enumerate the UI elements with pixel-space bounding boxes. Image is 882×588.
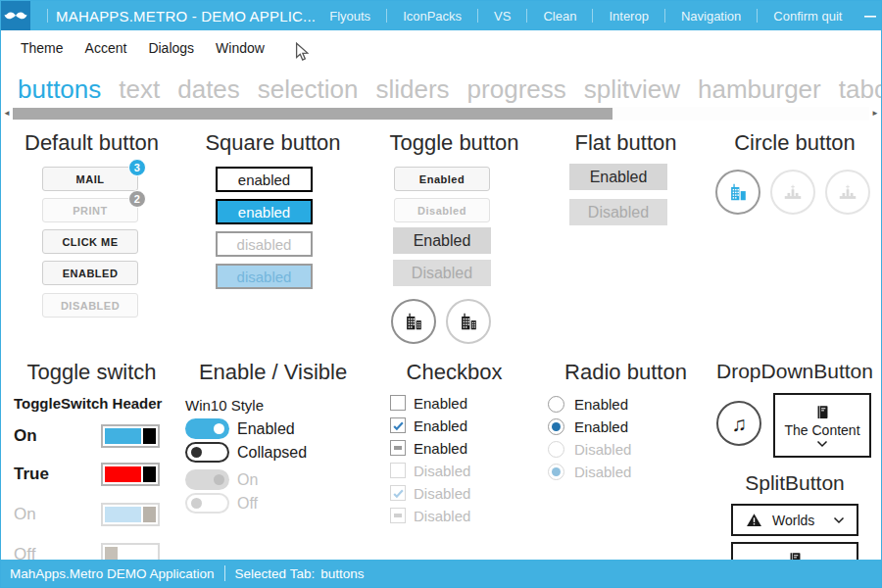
music-circle-button[interactable]: ♫ bbox=[716, 401, 761, 446]
scrollbar-track[interactable] bbox=[13, 107, 869, 121]
click-me-button[interactable]: CLICK ME bbox=[42, 229, 138, 254]
menu-window[interactable]: Window bbox=[205, 38, 275, 58]
statusbar-separator bbox=[224, 565, 225, 581]
titlebar-menu-flyouts[interactable]: Flyouts bbox=[321, 9, 378, 24]
titlebar-menu-confirm-quit[interactable]: Confirm quit bbox=[765, 9, 850, 24]
radio-label: Disabled bbox=[574, 464, 631, 480]
checkbox-label: Disabled bbox=[414, 463, 470, 479]
horizontal-scrollbar[interactable]: ◄ ► bbox=[1, 107, 881, 121]
indeterminate-dash bbox=[394, 514, 402, 517]
circle-toggle-city-button-2[interactable] bbox=[446, 299, 491, 344]
tab-tabcontrol[interactable]: tabcont bbox=[830, 75, 881, 105]
toggle-button-disabled: Disabled bbox=[394, 198, 490, 222]
toggle-switch-true[interactable] bbox=[101, 463, 160, 486]
checkbox-label: Disabled bbox=[414, 508, 470, 524]
switch-label-on-disabled: On bbox=[14, 503, 36, 526]
radio-enabled-selected[interactable] bbox=[548, 418, 564, 435]
splitbutton-title: SplitButton bbox=[707, 471, 881, 495]
scroll-right-icon[interactable]: ► bbox=[869, 107, 881, 121]
switch-thumb[interactable] bbox=[143, 466, 156, 482]
titlebar-menu-interop[interactable]: Interop bbox=[601, 9, 656, 24]
switch-fill bbox=[105, 428, 141, 444]
square-button-enabled[interactable]: enabled bbox=[216, 167, 313, 192]
tab-progress[interactable]: progress bbox=[459, 75, 575, 105]
tab-text[interactable]: text bbox=[110, 75, 169, 105]
flat-button-disabled: Disabled bbox=[569, 199, 667, 225]
window-title: MAHAPPS.METRO - DEMO APPLIC... bbox=[56, 8, 316, 24]
button-label: DISABLED bbox=[61, 300, 120, 312]
mustache-icon bbox=[4, 10, 27, 23]
titlebar-menu-navigation[interactable]: Navigation bbox=[673, 9, 749, 24]
statusbar-selected-tab-label: Selected Tab: bbox=[235, 566, 316, 581]
checkbox-label: Disabled bbox=[414, 485, 470, 502]
titlebar-separator bbox=[664, 9, 665, 23]
group-toggle-switch: Toggle switch ToggleSwitch Header On Tru… bbox=[1, 360, 182, 560]
split-button-partial[interactable] bbox=[731, 542, 858, 560]
dropdown-content-button[interactable]: The Content bbox=[773, 393, 871, 458]
music-note-icon: ♫ bbox=[731, 414, 747, 434]
titlebar-menu-vs[interactable]: VS bbox=[486, 9, 518, 24]
titlebar-separator bbox=[526, 9, 527, 23]
book-icon bbox=[787, 551, 804, 560]
tab-selection[interactable]: selection bbox=[249, 75, 368, 105]
titlebar-menu-iconpacks[interactable]: IconPacks bbox=[395, 9, 469, 24]
button-label: Enabled bbox=[419, 173, 465, 185]
titlebar-separator bbox=[47, 9, 48, 23]
mail-button[interactable]: MAIL 3 bbox=[42, 167, 138, 191]
menu-theme[interactable]: Theme bbox=[10, 38, 74, 58]
group-radio-button: Radio button Enabled Enabled Disabled Di… bbox=[545, 360, 707, 560]
checkbox-enabled-indeterminate[interactable] bbox=[390, 440, 406, 456]
circle-button-skyline-disabled-2 bbox=[825, 170, 870, 215]
scroll-left-icon[interactable]: ◄ bbox=[1, 107, 13, 121]
checkbox-enabled-checked[interactable] bbox=[390, 417, 406, 433]
enabled-button[interactable]: ENABLED bbox=[42, 261, 138, 285]
toggle-switch-on[interactable] bbox=[101, 424, 160, 448]
toggle-switch-off-disabled bbox=[101, 543, 160, 560]
circle-button-city[interactable] bbox=[715, 170, 760, 215]
group-square-button: Square button enabled enabled disabled d… bbox=[182, 130, 364, 356]
flat-button-enabled[interactable]: Enabled bbox=[569, 164, 667, 190]
group-checkbox: Checkbox Enabled Enabled Enabled Disable… bbox=[364, 360, 545, 560]
toggle-flat-enabled[interactable]: Enabled bbox=[393, 227, 491, 254]
indeterminate-dash bbox=[394, 446, 402, 450]
group-toggle-button: Toggle button Enabled Disabled Enabled D… bbox=[364, 130, 545, 356]
switch-thumb bbox=[143, 507, 156, 522]
radio-label: Enabled bbox=[574, 396, 628, 413]
tab-hamburger[interactable]: hamburger bbox=[689, 75, 830, 105]
win10-toggle-enabled[interactable] bbox=[185, 418, 229, 439]
badge-count: 2 bbox=[128, 190, 146, 208]
win10-toggle-collapsed[interactable] bbox=[185, 442, 229, 463]
check-icon bbox=[392, 487, 405, 500]
menu-dialogs[interactable]: Dialogs bbox=[137, 38, 205, 58]
toggle-label-on-disabled: On bbox=[237, 469, 258, 490]
circle-toggle-city-button[interactable] bbox=[391, 299, 436, 344]
toggleswitch-header: ToggleSwitch Header bbox=[14, 395, 162, 412]
group-title: Toggle switch bbox=[1, 360, 182, 385]
toggle-button-enabled[interactable]: Enabled bbox=[394, 167, 490, 191]
tab-buttons[interactable]: buttons bbox=[9, 75, 110, 105]
city-icon bbox=[403, 311, 424, 332]
switch-label-on: On bbox=[14, 424, 37, 448]
print-button[interactable]: PRINT 2 bbox=[42, 198, 138, 222]
square-button-enabled-accent[interactable]: enabled bbox=[216, 199, 313, 224]
titlebar-menu-clean[interactable]: Clean bbox=[535, 9, 584, 24]
split-button-worlds[interactable]: Worlds bbox=[731, 504, 858, 536]
button-label: CLICK ME bbox=[62, 236, 118, 248]
menu-accent[interactable]: Accent bbox=[74, 38, 138, 58]
tab-splitview[interactable]: splitview bbox=[575, 75, 689, 105]
skyline-icon bbox=[782, 181, 804, 203]
radio-enabled-unselected[interactable] bbox=[548, 396, 564, 413]
minimize-button[interactable] bbox=[850, 1, 881, 30]
toggle-label-collapsed: Collapsed bbox=[237, 442, 307, 463]
titlebar-separator bbox=[592, 9, 593, 23]
checkbox-enabled-unchecked[interactable] bbox=[390, 395, 406, 411]
city-icon bbox=[458, 311, 479, 332]
win10-style-label: Win10 Style bbox=[185, 397, 264, 414]
switch-thumb[interactable] bbox=[143, 428, 156, 444]
scrollbar-thumb[interactable] bbox=[13, 108, 612, 120]
chevron-down-icon[interactable] bbox=[833, 516, 845, 524]
tab-sliders[interactable]: sliders bbox=[367, 75, 458, 105]
tab-dates[interactable]: dates bbox=[169, 75, 249, 105]
group-title: Radio button bbox=[545, 360, 707, 385]
switch-label-off-disabled: Off bbox=[14, 543, 35, 560]
